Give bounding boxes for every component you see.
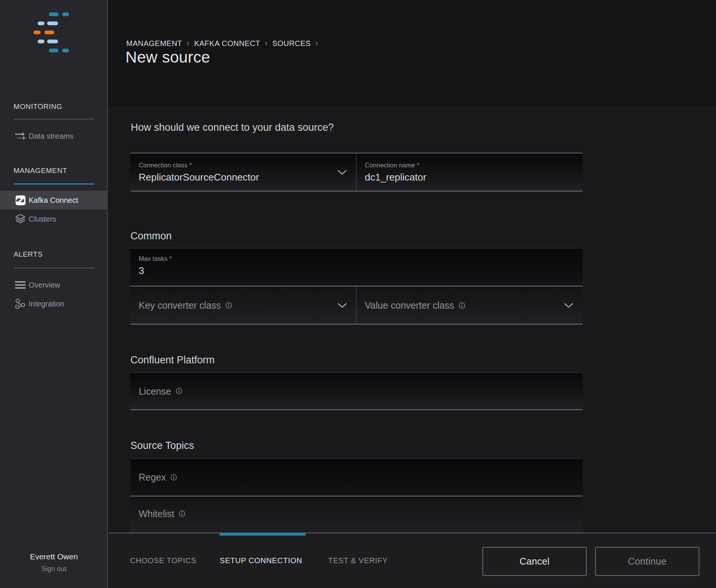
tab-choose-topics[interactable]: CHOOSE TOPICS (130, 533, 196, 588)
field-label: License (139, 386, 171, 397)
cancel-button[interactable]: Cancel (482, 547, 587, 576)
user-name: Everett Owen (0, 552, 108, 561)
app-window: MONITORING Data streams MANAGEMENT (0, 0, 716, 588)
field-label: Whitelist (139, 508, 174, 519)
section-monitoring: MONITORING (14, 103, 62, 111)
tab-setup-connection[interactable]: SETUP CONNECTION (220, 533, 302, 588)
field-label: Connection name * (365, 162, 419, 169)
sidebar-item-integration[interactable]: Integration (0, 294, 108, 313)
connection-name-input[interactable]: Connection name * dc1_replicator (356, 153, 583, 191)
info-icon[interactable] (225, 302, 232, 309)
form-content: How should we connect to your data sourc… (109, 107, 716, 588)
clusters-icon (14, 214, 26, 224)
sidebar-item-overview[interactable]: Overview (0, 276, 108, 294)
breadcrumb-separator-icon: › (315, 38, 318, 48)
field-label: Regex (139, 472, 166, 483)
sidebar-item-label: Kafka Connect (29, 196, 78, 205)
sidebar-item-label: Overview (29, 281, 60, 289)
value-converter-select[interactable]: Value converter class (356, 286, 583, 324)
info-icon[interactable] (179, 510, 185, 517)
sidebar-item-label: Data streams (29, 132, 73, 141)
field-value: ReplicatorSourceConnector (139, 172, 259, 183)
divider (14, 119, 94, 119)
sidebar: MONITORING Data streams MANAGEMENT (0, 0, 108, 588)
section-heading-confluent-platform: Confluent Platform (130, 354, 215, 366)
chevron-down-icon[interactable] (337, 302, 347, 308)
field-value: 3 (139, 265, 144, 277)
field-label: Max tasks * (139, 255, 172, 263)
breadcrumb-sources[interactable]: SOURCES (272, 39, 311, 48)
section-management: MANAGEMENT (14, 167, 67, 175)
wizard-footer: CHOOSE TOPICS SETUP CONNECTION TEST & VE… (109, 533, 716, 588)
data-streams-icon (14, 132, 26, 141)
sidebar-item-label: Integration (29, 300, 64, 308)
form-question: How should we connect to your data sourc… (131, 122, 334, 133)
key-converter-select[interactable]: Key converter class (130, 286, 356, 324)
breadcrumb-separator-icon: › (265, 38, 268, 48)
section-heading-source-topics: Source Topics (130, 440, 194, 452)
common-block: Max tasks * 3 Key converter class (130, 248, 583, 325)
regex-input[interactable]: Regex (130, 459, 583, 496)
breadcrumb-kafka-connect[interactable]: KAFKA CONNECT (194, 39, 260, 48)
whitelist-input[interactable]: Whitelist (130, 496, 583, 534)
tab-test-verify[interactable]: TEST & VERIFY (328, 533, 388, 588)
section-alerts: ALERTS (14, 250, 43, 259)
sidebar-item-kafka-connect[interactable]: Kafka Connect (0, 191, 108, 210)
breadcrumb: MANAGEMENT › KAFKA CONNECT › SOURCES › (126, 38, 318, 48)
sign-out-link[interactable]: Sign out (0, 565, 108, 573)
max-tasks-input[interactable]: Max tasks * 3 (130, 248, 583, 286)
info-icon[interactable] (170, 474, 177, 481)
confluent-platform-block: License (130, 372, 583, 410)
continue-button[interactable]: Continue (595, 547, 699, 576)
info-icon[interactable] (459, 302, 465, 309)
info-icon[interactable] (176, 388, 182, 395)
source-topics-block: Regex Whitelist (130, 458, 583, 533)
field-label: Key converter class (139, 300, 221, 311)
sidebar-item-clusters[interactable]: Clusters (0, 210, 108, 228)
sidebar-item-label: Clusters (29, 215, 56, 224)
connection-block: Connection class * ReplicatorSourceConne… (130, 153, 583, 191)
page-title: New source (125, 48, 210, 66)
breadcrumb-management[interactable]: MANAGEMENT (126, 39, 182, 48)
connection-class-select[interactable]: Connection class * ReplicatorSourceConne… (130, 153, 356, 191)
confluent-logo (32, 12, 77, 58)
field-label: Connection class * (139, 162, 192, 169)
user-box: Everett Owen Sign out (0, 552, 108, 573)
sidebar-item-data-streams[interactable]: Data streams (0, 127, 108, 145)
kafka-connect-icon (14, 195, 26, 205)
field-value: dc1_replicator (365, 172, 426, 183)
management-active-underline (14, 183, 94, 185)
overview-list-icon (14, 281, 26, 289)
divider (14, 268, 94, 268)
license-input[interactable]: License (130, 373, 583, 409)
section-heading-common: Common (130, 230, 172, 242)
integration-nodes-icon (14, 299, 26, 309)
chevron-down-icon[interactable] (337, 169, 347, 175)
chevron-down-icon[interactable] (564, 302, 574, 308)
field-label: Value converter class (365, 300, 454, 311)
breadcrumb-separator-icon: › (187, 38, 190, 48)
page-header: MANAGEMENT › KAFKA CONNECT › SOURCES › N… (109, 0, 716, 107)
